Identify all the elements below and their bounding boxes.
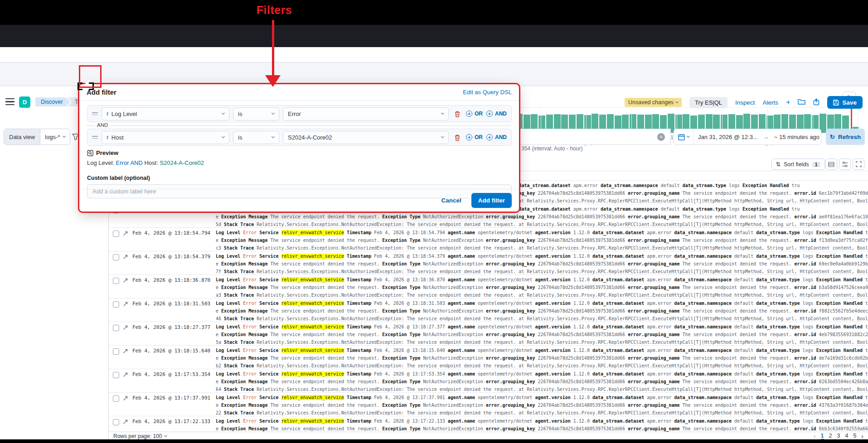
calendar-icon — [678, 134, 685, 140]
table-row[interactable]: Feb 4, 2026 @ 13:18:54.794Log Level Erro… — [109, 227, 868, 251]
expand-row-icon[interactable] — [123, 301, 128, 308]
row-checkbox[interactable] — [113, 395, 119, 402]
expand-row-icon[interactable] — [123, 325, 128, 332]
pagination: ‹ 12345 › — [814, 433, 863, 440]
data-view-value[interactable]: logs-* — [40, 129, 70, 144]
page-number[interactable]: 5 — [853, 433, 856, 440]
unsaved-changes-badge[interactable]: Unsaved changes — [625, 98, 682, 107]
row-checkbox[interactable] — [113, 325, 119, 331]
next-page-icon[interactable]: › — [861, 433, 863, 440]
row-checkbox[interactable] — [113, 419, 119, 425]
filter-operator-select[interactable]: is — [233, 107, 279, 120]
date-end[interactable]: ~ 15 minutes ago — [770, 134, 824, 140]
filter-connector: AND — [87, 123, 512, 128]
plus-circle-icon: + — [466, 111, 472, 117]
date-range-picker[interactable]: Jan 31, 2026 @ 12:3... → ~ 15 minutes ag… — [674, 129, 821, 145]
menu-icon[interactable] — [5, 98, 15, 105]
table-row[interactable]: Feb 4, 2026 @ 13:17:53.354Log Level Erro… — [109, 369, 868, 392]
row-checkbox[interactable] — [113, 372, 119, 378]
data-view-picker[interactable]: Data view logs-* — [4, 129, 70, 145]
filter-operator-select[interactable]: is — [233, 131, 279, 144]
row-summary: Log Level Error Service relsvr_envwatch_… — [216, 229, 868, 252]
add-and-button[interactable]: +AND — [486, 111, 507, 117]
previous-page-icon[interactable]: ‹ — [814, 433, 816, 440]
filter-field-select[interactable]: tLog Level — [102, 107, 229, 120]
row-timestamp: Feb 4, 2026 @ 13:18:27.377 — [132, 324, 210, 330]
expand-row-icon[interactable] — [123, 395, 128, 402]
table-row[interactable]: Feb 4, 2026 @ 13:17:37.991Log Level Erro… — [109, 392, 868, 416]
app-header: elastic Find apps, content, and more. AA — [0, 25, 868, 47]
filter-value-input[interactable]: Error — [283, 107, 449, 120]
annotation-arrow-head — [265, 75, 281, 87]
inspect-link[interactable]: Inspect — [735, 99, 755, 106]
plus-circle-icon: + — [466, 134, 472, 140]
filter-value-input[interactable]: S2024-A-Core02 — [283, 131, 449, 144]
table-row[interactable]: Feb 4, 2026 @ 13:17:22.133Log Level Erro… — [109, 416, 868, 432]
filter-field-select[interactable]: tHost — [102, 131, 229, 144]
save-button[interactable]: Save — [827, 96, 863, 109]
rows-per-page-control[interactable]: Rows per page: 100 — [113, 433, 167, 439]
text-field-icon: t — [107, 111, 108, 116]
row-checkbox[interactable] — [113, 348, 119, 355]
page-number[interactable]: 2 — [829, 433, 832, 440]
table-row[interactable]: Feb 4, 2026 @ 13:18:31.503Log Level Erro… — [109, 298, 868, 322]
edit-as-query-dsl-link[interactable]: Edit as Query DSL — [463, 89, 512, 96]
row-checkbox[interactable] — [113, 301, 119, 308]
page-number[interactable]: 4 — [845, 433, 848, 440]
open-folder-icon[interactable] — [798, 98, 805, 106]
expand-row-icon[interactable] — [123, 278, 128, 284]
row-timestamp: Feb 4, 2026 @ 13:18:36.870 — [132, 277, 210, 283]
table-row[interactable]: Feb 4, 2026 @ 13:18:36.870Log Level Erro… — [109, 274, 868, 298]
breadcrumb-bar: D Discover Test Save Search ✓ Unsaved ch… — [0, 47, 868, 63]
row-summary: Log Level Error Service relsvr_envwatch_… — [216, 300, 868, 323]
grid-settings-icon[interactable] — [839, 159, 851, 170]
add-and-button[interactable]: +AND — [486, 134, 507, 140]
date-start[interactable]: Jan 31, 2026 @ 12:3... — [694, 134, 762, 140]
save-icon — [833, 100, 839, 106]
drag-handle-icon[interactable] — [92, 112, 98, 116]
row-summary: Log Level Error Service relsvr_envwatch_… — [216, 347, 868, 370]
row-checkbox[interactable] — [113, 254, 119, 260]
new-session-button[interactable]: + — [786, 98, 790, 106]
table-row[interactable]: Feb 4, 2026 @ 13:18:27.377Log Level Erro… — [109, 322, 868, 345]
calendar-menu[interactable] — [674, 129, 694, 144]
annotation-plus-button-box — [79, 65, 102, 88]
try-esql-button[interactable]: Try ES|QL — [689, 97, 727, 108]
sort-icon: ⇅ — [776, 161, 781, 168]
clear-query-icon[interactable]: × — [657, 133, 665, 141]
row-timestamp: Feb 4, 2026 @ 13:17:37.991 — [132, 395, 210, 401]
expand-row-icon[interactable] — [123, 419, 128, 426]
preview-icon — [87, 150, 93, 156]
expand-row-icon[interactable] — [123, 348, 128, 355]
filter-row: tLog Level is Error +OR +AND — [87, 105, 512, 122]
cancel-button[interactable]: Cancel — [441, 197, 461, 204]
row-timestamp: Feb 4, 2026 @ 13:18:54.794 — [132, 230, 210, 236]
discover-app-tile[interactable]: D — [19, 96, 30, 108]
add-or-button[interactable]: +OR — [466, 111, 483, 117]
expand-row-icon[interactable] — [123, 254, 128, 261]
page-number[interactable]: 3 — [837, 433, 840, 440]
expand-row-icon[interactable] — [123, 372, 128, 379]
expand-row-icon[interactable] — [123, 231, 128, 237]
row-density-icon[interactable] — [825, 159, 837, 170]
fullscreen-icon[interactable] — [853, 159, 864, 170]
row-summary: Log Level Error Service relsvr_envwatch_… — [216, 371, 868, 393]
delete-filter-icon[interactable] — [452, 111, 462, 117]
annotation-arrow — [272, 20, 274, 76]
table-row[interactable]: Feb 4, 2026 @ 13:18:54.379Log Level Erro… — [109, 251, 868, 274]
row-checkbox[interactable] — [113, 278, 119, 284]
alerts-link[interactable]: Alerts — [763, 99, 779, 106]
plus-circle-icon: + — [486, 111, 493, 117]
page-number[interactable]: 1 — [821, 433, 824, 440]
drag-handle-icon[interactable] — [92, 136, 98, 139]
add-filter-button[interactable]: Add filter — [471, 193, 512, 208]
delete-filter-icon[interactable] — [452, 134, 462, 141]
table-row[interactable]: Feb 4, 2026 @ 13:18:15.640Log Level Erro… — [109, 345, 868, 369]
sort-fields-button[interactable]: ⇅ Sort fields 1 — [771, 159, 825, 170]
breadcrumb-discover[interactable]: Discover — [35, 97, 70, 106]
row-checkbox[interactable] — [113, 231, 119, 237]
refresh-button[interactable]: ↻ Refresh — [826, 129, 865, 145]
share-icon[interactable] — [813, 98, 820, 107]
add-or-button[interactable]: +OR — [466, 134, 483, 140]
popover-footer: Cancel Add filter — [79, 189, 519, 212]
